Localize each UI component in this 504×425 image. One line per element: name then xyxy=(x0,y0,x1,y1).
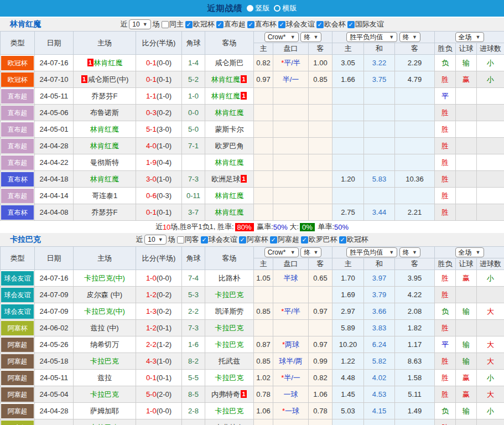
handicap-result-cell xyxy=(456,154,477,171)
checkbox-checked-icon[interactable]: ✓ xyxy=(185,21,193,28)
ah-line-cell xyxy=(273,287,309,303)
team-label[interactable]: 卡拉巴克 xyxy=(215,324,244,332)
odds-mean-select[interactable]: 胜平负均值▼ xyxy=(346,32,397,42)
final-odds-select[interactable]: 终▼ xyxy=(300,247,321,257)
match-row: 直布超24-04-22曼彻斯特1-9(0-4)林肯红魔胜 xyxy=(1,154,504,171)
team-label[interactable]: 曼彻斯特 xyxy=(90,158,119,167)
team-label[interactable]: 卡拉巴克 xyxy=(90,423,119,425)
team-label[interactable]: 蒙斯卡尔 xyxy=(215,125,244,133)
checkbox-checked-icon[interactable]: ✓ xyxy=(278,21,285,28)
team-label[interactable]: 布鲁诺斯 xyxy=(90,108,119,117)
team-label[interactable]: 乔瑟芬F xyxy=(92,208,118,216)
league-filter-0[interactable]: ✓欧冠杯 xyxy=(185,19,215,29)
team-label[interactable]: 林肯红魔 xyxy=(90,142,119,150)
team-label[interactable]: 咸仑斯巴(中) xyxy=(88,75,129,84)
scope-select[interactable]: 全场▼ xyxy=(455,32,484,42)
team-label[interactable]: 林肯红魔 xyxy=(215,108,244,117)
match-count-select[interactable]: 10▼ xyxy=(144,235,166,245)
checkbox-checked-icon[interactable]: ✓ xyxy=(347,21,355,28)
team-label[interactable]: 卡拉巴克 xyxy=(215,291,244,299)
team-label[interactable]: 萨姆加耶 xyxy=(90,407,119,415)
team-label[interactable]: 林肯红魔 xyxy=(215,158,244,167)
team-label[interactable]: 欧罗巴角 xyxy=(215,142,244,150)
league-filter-5[interactable]: ✓国际友谊 xyxy=(347,19,384,29)
bookmaker-select[interactable]: Crow*▼ xyxy=(264,247,299,257)
results-table: 类型日期主场比分(半场)角球客场Crow*▼ 终▼胜平负均值▼ 终▼全场▼主盘口… xyxy=(0,246,504,425)
layout-option-horizontal[interactable]: 横版 xyxy=(274,3,297,13)
checkbox-checked-icon[interactable]: ✓ xyxy=(316,21,324,28)
scope-select[interactable]: 全场▼ xyxy=(455,247,484,257)
checkbox-checked-icon[interactable]: ✓ xyxy=(239,236,246,243)
team-label[interactable]: 卡拉巴克 xyxy=(215,407,244,415)
team-label[interactable]: 林肯红魔 xyxy=(211,92,240,100)
team-label[interactable]: 卡拉巴克 xyxy=(90,390,119,398)
radio-horizontal-icon[interactable] xyxy=(274,5,280,12)
team-label[interactable]: 托武兹 xyxy=(219,357,240,365)
match-row: 球会友谊24-07-09皮尔森 (中)1-2(0-2)5-3卡拉巴克1.693.… xyxy=(1,287,504,303)
bookmaker-select[interactable]: Crow*▼ xyxy=(264,32,299,42)
team-label[interactable]: 林肯红魔 xyxy=(90,175,119,183)
team-label[interactable]: 内弗特奇 xyxy=(211,390,240,398)
checkbox-checked-icon[interactable]: ✓ xyxy=(301,236,308,243)
league-filter-0[interactable]: ✓球会友谊 xyxy=(201,235,237,245)
match-date: 24-04-22 xyxy=(35,154,74,171)
radio-vertical-icon[interactable] xyxy=(247,5,253,12)
league-filter-2[interactable]: ✓阿塞超 xyxy=(270,235,299,245)
league-filter-2[interactable]: ✓直布杯 xyxy=(247,19,277,29)
checkbox-checked-icon[interactable]: ✓ xyxy=(339,236,346,243)
summary-part: 50% xyxy=(273,223,288,231)
team-label[interactable]: 咸仑斯巴 xyxy=(215,59,244,67)
team-label[interactable]: 皮尔森 (中) xyxy=(87,291,122,299)
league-filter-4[interactable]: ✓欧冠杯 xyxy=(339,235,368,245)
league-filter-4[interactable]: ✓欧会杯 xyxy=(316,19,346,29)
team-label[interactable]: 卡拉巴克 xyxy=(215,340,244,349)
league-filter-1[interactable]: ✓直布超 xyxy=(216,19,246,29)
match-date: 24-04-28 xyxy=(35,403,74,419)
league-filter-3[interactable]: ✓欧罗巴杯 xyxy=(301,235,337,245)
goals-result-cell xyxy=(477,138,504,154)
team-label[interactable]: 凯泽斯劳 xyxy=(215,307,244,315)
layout-option-vertical[interactable]: 竖版 xyxy=(247,3,270,13)
checkbox-checked-icon[interactable]: ✓ xyxy=(201,236,208,243)
team-label[interactable]: 卡拉巴克(中) xyxy=(84,274,125,282)
corner-cell: 7-4 xyxy=(182,270,205,287)
team-label[interactable]: 卡拉巴克 xyxy=(215,374,244,382)
checkbox-unchecked-icon[interactable] xyxy=(162,21,169,28)
team-label[interactable]: 比路朴 xyxy=(219,274,240,282)
final-odds-select-2[interactable]: 终▼ xyxy=(399,32,420,42)
team-label[interactable]: 林肯红魔 xyxy=(90,125,119,133)
same-venue-filter[interactable]: 同主 xyxy=(162,19,184,29)
eu-draw-odds xyxy=(364,121,395,138)
team-label[interactable]: 兹拉 (中) xyxy=(90,324,118,332)
final-odds-select[interactable]: 终▼ xyxy=(300,32,321,42)
same-venue-filter[interactable]: 同客 xyxy=(177,235,199,245)
team-label[interactable]: 林肯红魔 xyxy=(215,208,244,216)
team-label[interactable]: 林肯红魔 xyxy=(215,191,244,200)
league-filter-1[interactable]: ✓阿塞杯 xyxy=(239,235,268,245)
checkbox-checked-icon[interactable]: ✓ xyxy=(247,21,254,28)
team-label[interactable]: 纳希切万 xyxy=(90,340,119,349)
ah-away-odds xyxy=(309,154,332,171)
checkbox-checked-icon[interactable]: ✓ xyxy=(216,21,224,28)
team-label[interactable]: 兹拉 xyxy=(97,374,112,382)
ah-away-odds xyxy=(309,88,332,105)
team-label[interactable]: 卡拉巴克 xyxy=(90,357,119,365)
final-odds-select-2[interactable]: 终▼ xyxy=(399,247,420,257)
home-team-cell: 卡拉巴克(中) xyxy=(74,270,136,287)
checkbox-unchecked-icon[interactable] xyxy=(177,236,184,243)
team-label[interactable]: 林肯红魔 xyxy=(94,59,123,67)
eu-home-odds: 1.20 xyxy=(332,171,364,188)
team-label[interactable]: 内弗特奇 xyxy=(215,423,244,425)
match-count-select[interactable]: 10▼ xyxy=(129,19,150,29)
rank-badge: 1 xyxy=(81,75,87,83)
team-label[interactable]: 林肯红魔 xyxy=(211,75,240,84)
team-label[interactable]: 哥连泰1 xyxy=(92,191,117,200)
away-team-cell: 凯泽斯劳 xyxy=(205,303,254,320)
team-label[interactable]: 乔瑟芬F xyxy=(92,92,118,100)
team-label[interactable]: 欧洲足球 xyxy=(211,175,240,183)
league-filter-3[interactable]: ✓球会友谊 xyxy=(278,19,315,29)
checkbox-checked-icon[interactable]: ✓ xyxy=(270,236,277,243)
score-cell: 1-2(0-2) xyxy=(136,287,182,303)
team-label[interactable]: 卡拉巴克(中) xyxy=(84,307,125,315)
odds-mean-select[interactable]: 胜平负均值▼ xyxy=(346,247,397,257)
